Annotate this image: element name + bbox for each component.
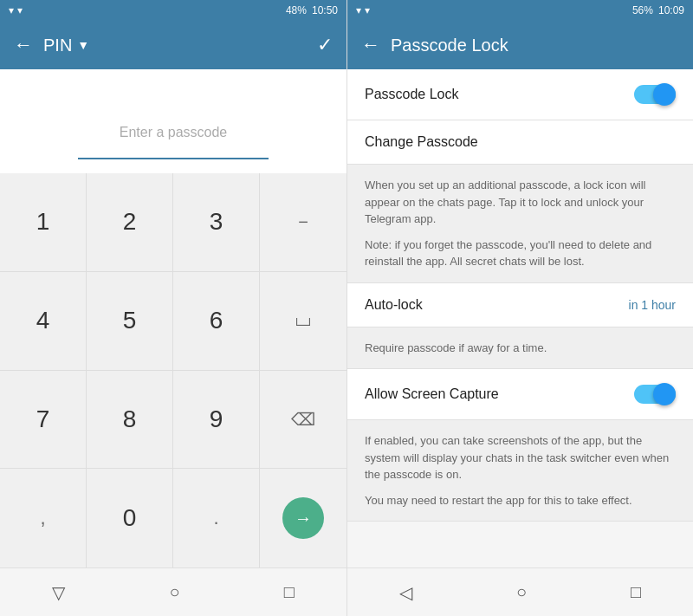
passcode-underline (78, 158, 269, 159)
key-9[interactable]: 9 (173, 371, 260, 470)
time-left: 10:50 (312, 4, 338, 16)
nav-home-left[interactable]: ○ (169, 582, 179, 602)
key-go[interactable]: → (260, 469, 346, 567)
pin-title: PIN (43, 36, 72, 55)
pin-title-area: PIN ▼ (43, 36, 307, 55)
key-minus[interactable]: − (260, 173, 346, 272)
change-passcode-item[interactable]: Change Passcode (347, 120, 693, 165)
info-text-2: Note: if you forget the passcode, you'll… (365, 237, 676, 270)
nav-bar-right: ◁ ○ □ (347, 567, 693, 616)
settings-content: Passcode Lock Change Passcode When you s… (347, 69, 693, 567)
wifi-icon-right: ▾ (356, 4, 361, 16)
key-dot[interactable]: . (173, 469, 260, 567)
key-5[interactable]: 5 (87, 272, 173, 371)
key-comma[interactable]: , (0, 469, 87, 567)
key-1[interactable]: 1 (0, 173, 87, 272)
key-7[interactable]: 7 (0, 371, 87, 470)
auto-lock-hint: Require passcode if away for a time. (365, 340, 676, 357)
nav-home-right[interactable]: ○ (516, 582, 527, 602)
screen-capture-info-2: You may need to restart the app for this… (365, 492, 676, 509)
nav-back-right[interactable]: ◁ (399, 582, 412, 603)
passcode-lock-label: Passcode Lock (365, 87, 459, 102)
key-0[interactable]: 0 (87, 469, 173, 567)
battery-percent-right: 56% (632, 4, 653, 16)
passcode-lock-title: Passcode Lock (391, 36, 508, 55)
auto-lock-label: Auto-lock (365, 297, 423, 313)
key-2[interactable]: 2 (87, 173, 173, 272)
back-button-right[interactable]: ← (361, 34, 380, 56)
screen-capture-label: Allow Screen Capture (365, 386, 499, 402)
nav-bar-left: ▽ ○ □ (0, 567, 346, 616)
left-panel: ▾ ▾ 48% 10:50 ← PIN ▼ ✓ Enter a passcode… (0, 0, 346, 616)
key-4[interactable]: 4 (0, 272, 87, 371)
confirm-icon[interactable]: ✓ (317, 34, 333, 56)
toggle-thumb-2 (653, 383, 676, 405)
right-panel: ▾ ▾ 56% 10:09 ← Passcode Lock Passcode L… (346, 0, 693, 616)
key-6[interactable]: 6 (173, 272, 260, 371)
screen-capture-item[interactable]: Allow Screen Capture (347, 369, 693, 420)
key-space[interactable]: ⌴ (260, 272, 346, 371)
auto-lock-item[interactable]: Auto-lock in 1 hour (347, 283, 693, 327)
passcode-input-area: Enter a passcode (0, 69, 346, 173)
left-status-icons: ▾ ▾ (9, 4, 23, 16)
wifi-icon: ▾ (9, 4, 14, 16)
key-3[interactable]: 3 (173, 173, 260, 272)
time-right: 10:09 (658, 4, 684, 16)
screen-capture-toggle[interactable] (634, 383, 676, 405)
auto-lock-value: in 1 hour (629, 298, 676, 312)
right-status-icons: ▾ ▾ (356, 4, 370, 16)
nav-recent-right[interactable]: □ (631, 582, 641, 602)
auto-lock-hint-block: Require passcode if away for a time. (347, 327, 693, 370)
status-bar-left: ▾ ▾ 48% 10:50 (0, 0, 346, 21)
passcode-hint: Enter a passcode (120, 125, 228, 140)
screen-capture-info-block: If enabled, you can take screenshots of … (347, 420, 693, 522)
back-button-left[interactable]: ← (14, 34, 33, 56)
change-passcode-label: Change Passcode (365, 134, 478, 150)
status-bar-right: ▾ ▾ 56% 10:09 (347, 0, 693, 21)
network-icon-right: ▾ (365, 4, 370, 16)
key-8[interactable]: 8 (87, 371, 173, 470)
passcode-lock-toggle[interactable] (634, 83, 676, 106)
key-backspace[interactable]: ⌫ (260, 371, 346, 470)
info-block-1: When you set up an additional passcode, … (347, 165, 693, 283)
network-icon: ▾ (17, 4, 23, 16)
toggle-thumb (653, 83, 676, 106)
passcode-lock-item[interactable]: Passcode Lock (347, 69, 693, 120)
nav-recent-left[interactable]: □ (284, 582, 295, 602)
keyboard-area: 1 2 3 − 4 5 6 ⌴ 7 8 9 ⌫ , 0 . → (0, 173, 346, 567)
toolbar-right: ← Passcode Lock (347, 21, 693, 69)
battery-percent-left: 48% (286, 4, 307, 16)
nav-back-left[interactable]: ▽ (52, 582, 65, 603)
screen-capture-info-1: If enabled, you can take screenshots of … (365, 432, 676, 483)
pin-dropdown-icon[interactable]: ▼ (77, 38, 89, 52)
toolbar-left: ← PIN ▼ ✓ (0, 21, 346, 69)
info-text-1: When you set up an additional passcode, … (365, 177, 676, 228)
